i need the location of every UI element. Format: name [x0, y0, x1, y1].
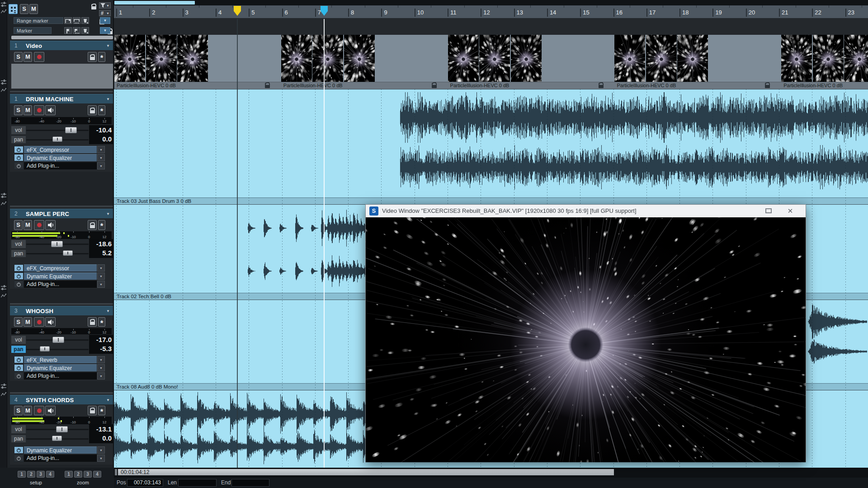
clip-lock-icon[interactable]: [598, 83, 604, 88]
end-field[interactable]: [231, 479, 269, 487]
drum-plugin-power-button[interactable]: [14, 162, 24, 169]
range-options-button[interactable]: [73, 17, 80, 24]
video-window[interactable]: S Video Window "EXCERCISE3 Rebuilt_BAK_B…: [365, 204, 806, 462]
video-mute-button[interactable]: M: [24, 52, 32, 62]
video-record-button[interactable]: [34, 52, 44, 62]
track-name[interactable]: WHOOSH: [26, 306, 53, 316]
close-button[interactable]: ✕: [785, 205, 795, 217]
sample-plugin-power-button[interactable]: [14, 272, 24, 280]
whoosh-plugin-power-button[interactable]: [14, 356, 24, 363]
global-mute-button[interactable]: M: [29, 4, 38, 14]
mixer-sliders-icon[interactable]: [1, 80, 6, 84]
sample-plugin-dropdown[interactable]: ▼: [97, 272, 105, 280]
video-lock-button[interactable]: [88, 52, 97, 62]
synth-plugin-slot[interactable]: Add Plug-in...: [24, 455, 97, 462]
synth-plugin-dropdown[interactable]: ▼: [97, 455, 105, 462]
whoosh-plugin-slot[interactable]: eFX_Reverb: [24, 356, 97, 363]
global-solo-button[interactable]: S: [20, 4, 28, 14]
whoosh-monitor-button[interactable]: [45, 317, 56, 327]
chevron-down-icon[interactable]: ▼: [106, 209, 110, 219]
marker-paint-button[interactable]: [81, 27, 89, 34]
marker-options-button[interactable]: [73, 27, 80, 34]
whoosh-pan-handle[interactable]: [40, 346, 50, 352]
mixer-sliders-icon[interactable]: [1, 193, 6, 198]
scrollbar-notch[interactable]: [115, 469, 117, 475]
sample-plugin-power-button[interactable]: [14, 264, 24, 272]
drum-vol-handle[interactable]: [65, 127, 77, 133]
clip-lock-icon[interactable]: [764, 83, 770, 88]
chevron-down-icon[interactable]: ▼: [106, 41, 110, 51]
setup-button-4[interactable]: 4: [46, 471, 54, 478]
setup-button-2[interactable]: 2: [27, 471, 35, 478]
mixer-sliders-icon[interactable]: [1, 285, 6, 290]
clip-lock-icon[interactable]: [264, 83, 270, 88]
track-name[interactable]: DRUM MACHINE: [26, 94, 74, 104]
panel-lock-icon[interactable]: [91, 4, 97, 9]
synth-solo-button[interactable]: S: [14, 406, 23, 415]
synth-monitor-button[interactable]: [45, 406, 56, 415]
range-start-button[interactable]: [64, 17, 72, 24]
synth-track-header[interactable]: 4 SYNTH CHORDS ▼: [10, 395, 113, 404]
drum-vol-slider[interactable]: [26, 130, 89, 131]
mixer-sliders-icon[interactable]: [1, 2, 6, 7]
filter-dropdown-button[interactable]: ▼: [99, 2, 111, 9]
drum-clip-label[interactable]: Track 03 Just Bass Drum 3 0 dB: [114, 197, 868, 204]
whoosh-record-button[interactable]: [34, 317, 44, 327]
sample-mute-button[interactable]: M: [24, 220, 32, 230]
zoom-button-1[interactable]: 1: [65, 471, 73, 478]
drum-plugin-slot[interactable]: Dynamic Equalizer: [24, 154, 97, 161]
video-solo-button[interactable]: S: [14, 52, 23, 62]
horizontal-scrollbar[interactable]: 00:01:04:12: [118, 469, 614, 475]
synth-plugin-dropdown[interactable]: ▼: [97, 446, 105, 454]
marker-dropdown[interactable]: ▼: [100, 27, 110, 34]
synth-record-button[interactable]: [34, 406, 44, 415]
zoom-button-2[interactable]: 2: [74, 471, 82, 478]
whoosh-vol-label[interactable]: vol: [11, 336, 26, 344]
sample-track-header[interactable]: 2 SAMPLE PERC ▼: [10, 209, 113, 218]
sample-plugin-dropdown[interactable]: ▼: [97, 264, 105, 272]
range-paint-button[interactable]: [81, 17, 89, 24]
drum-track-header[interactable]: 1 DRUM MACHINE ▼: [10, 94, 113, 103]
whoosh-track-header[interactable]: 3 WHOOSH ▼: [10, 306, 113, 315]
len-field[interactable]: [178, 479, 217, 487]
automation-curve-icon[interactable]: [1, 392, 6, 397]
automation-curve-icon[interactable]: [1, 9, 6, 14]
timeline-ruler[interactable]: 1234567891011121314151617181920212223: [114, 5, 868, 19]
whoosh-lock-button[interactable]: [88, 317, 97, 327]
range-scrollbar[interactable]: [114, 1, 195, 5]
synth-lock-button[interactable]: [88, 406, 97, 415]
whoosh-plugin-slot[interactable]: Dynamic Equalizer: [24, 364, 97, 371]
whoosh-plugin-power-button[interactable]: [14, 372, 24, 380]
drum-solo-button[interactable]: S: [14, 105, 23, 115]
video-track-header[interactable]: 1 Video ▼: [10, 41, 113, 50]
whoosh-plugin-dropdown[interactable]: ▼: [97, 364, 105, 371]
synth-vol-handle[interactable]: [56, 426, 68, 432]
synth-plugin-slot[interactable]: Dynamic Equalizer: [24, 446, 97, 454]
sample-vol-label[interactable]: vol: [11, 240, 26, 248]
chevron-down-icon[interactable]: ▼: [106, 395, 110, 405]
track-name[interactable]: SYNTH CHORDS: [26, 395, 74, 405]
video-clip[interactable]: ParticleIllusion-HEVC 0 dB: [114, 35, 282, 89]
zoom-button-3[interactable]: 3: [84, 471, 92, 478]
video-window-titlebar[interactable]: S Video Window "EXCERCISE3 Rebuilt_BAK_B…: [366, 205, 806, 218]
range-marker-dropdown[interactable]: ▼: [100, 17, 110, 24]
zoom-button-4[interactable]: 4: [93, 471, 101, 478]
drum-record-button[interactable]: [34, 105, 44, 115]
drum-plugin-dropdown[interactable]: ▼: [97, 154, 105, 161]
video-fx-button[interactable]: *: [98, 52, 105, 62]
chevron-down-icon[interactable]: ▼: [106, 94, 110, 104]
automation-curve-icon[interactable]: [1, 293, 6, 298]
automation-curve-icon[interactable]: [1, 201, 6, 206]
synth-fx-button[interactable]: *: [98, 406, 105, 415]
drum-plugin-power-button[interactable]: [14, 154, 24, 161]
drum-mute-button[interactable]: M: [24, 105, 32, 115]
whoosh-fx-button[interactable]: *: [98, 317, 105, 327]
synth-pan-label[interactable]: pan: [11, 435, 26, 442]
drum-plugin-dropdown[interactable]: ▼: [97, 146, 105, 153]
whoosh-pan-label[interactable]: pan: [11, 346, 26, 353]
sample-lock-button[interactable]: [88, 220, 97, 230]
sample-plugin-power-button[interactable]: [14, 281, 24, 288]
panel-divider-bar[interactable]: [11, 36, 113, 39]
whoosh-plugin-dropdown[interactable]: ▼: [97, 372, 105, 380]
video-clip[interactable]: ParticleIllusion-HEVC 0 dB: [281, 35, 448, 89]
